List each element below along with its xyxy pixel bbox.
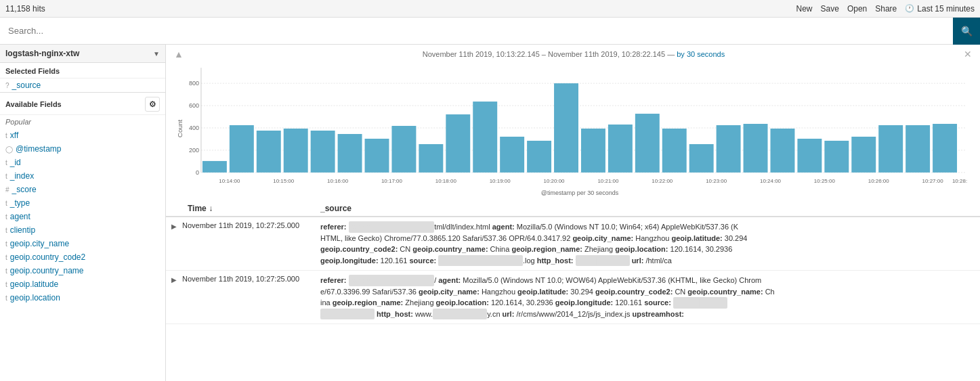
sidebar: logstash-nginx-xtw ▼ Selected Fields ? _… [0,45,166,381]
field-type-t-icon: t [5,200,7,207]
redacted-url-2: https://████████████ [349,275,435,286]
bar-3 [284,129,308,173]
chart-collapse-button[interactable]: ▲ [174,49,184,60]
bar-27 [933,124,957,173]
field-geoip-location[interactable]: t geoip.location [0,291,165,305]
field-geoip-country-name[interactable]: t geoip.country_name [0,264,165,277]
field-type[interactable]: t _type [0,196,165,210]
field-rn-key2: geoip.region_name: [333,298,406,307]
selected-fields-label: Selected Fields [0,63,165,79]
field-type-t-icon: t [5,132,7,139]
svg-text:10:28:: 10:28: [952,178,967,184]
field-label: geoip.location [10,293,60,302]
main-layout: logstash-nginx-xtw ▼ Selected Fields ? _… [0,45,980,381]
hits-count: 11,158 hits [5,4,45,14]
field-agent-key2: agent: [438,276,463,284]
field-upstream-key: upstreamhost: [633,310,684,318]
field-label: agent [10,212,30,221]
svg-text:10:24:00: 10:24:00 [760,178,782,184]
svg-text:400: 400 [189,125,199,131]
field-type-t-icon: t [5,281,7,288]
field-xff[interactable]: t xff [0,129,165,142]
field-label: _index [10,171,34,181]
field-id[interactable]: t _id [0,156,165,169]
field-timestamp[interactable]: ◯ @timestamp [0,142,165,156]
field-agent[interactable]: t agent [0,210,165,223]
field-name: _source [12,81,41,90]
field-geoip-city-name[interactable]: t geoip.city_name [0,237,165,250]
save-button[interactable]: Save [821,4,839,14]
bar-11 [500,137,524,173]
row-content: referer: https://████████████/ agent: Mo… [320,275,975,319]
field-type-icon: ? [5,82,9,89]
svg-text:10:14:00: 10:14:00 [219,178,240,184]
table-row[interactable]: ▶ November 11th 2019, 10:27:25.000 refer… [166,271,980,324]
field-label: @timestamp [16,144,62,154]
open-button[interactable]: Open [847,4,867,14]
bar-2 [257,131,281,173]
bar-25 [878,125,903,173]
field-type-t-icon: t [5,213,7,221]
svg-text:10:25:00: 10:25:00 [814,178,836,184]
field-referer-key: referer: [320,223,349,231]
selected-field-source[interactable]: ? _source [0,79,165,92]
time-filter[interactable]: 🕐 Last 15 minutes [905,4,975,14]
field-type-t-icon: t [5,254,7,261]
gear-button[interactable]: ⚙ [145,97,160,112]
svg-text:10:15:00: 10:15:00 [273,178,295,184]
svg-text:10:18:00: 10:18:00 [435,178,457,184]
field-type-t-icon: t [5,240,7,248]
source-arrow-icon: ▼ [153,50,160,58]
histogram-svg: Count 0 200 400 600 800 [174,61,972,196]
field-url-key: url: [632,256,646,265]
redacted-url-1: https://████████████ [349,221,435,233]
search-button[interactable]: 🔍 [953,18,980,45]
redacted-source-2: ████████ [673,297,727,309]
svg-text:10:23:00: 10:23:00 [706,178,727,184]
bar-5 [338,134,362,173]
field-url-key2: url: [503,310,517,318]
field-source-key2: source: [644,298,673,307]
field-cn-key2: geoip.country_name: [687,288,765,296]
chart-interval-link[interactable]: by 30 seconds [677,50,725,58]
svg-text:10:21:00: 10:21:00 [597,178,619,184]
expand-row-icon[interactable]: ▶ [171,221,182,266]
bar-18 [689,144,714,173]
bar-7 [391,126,416,173]
bar-8 [419,144,443,173]
field-index[interactable]: t _index [0,169,165,183]
svg-text:10:16:00: 10:16:00 [327,178,349,184]
bar-16 [635,114,660,173]
svg-text:10:20:00: 10:20:00 [544,178,566,184]
table-row[interactable]: ▶ November 11th 2019, 10:27:25.000 refer… [166,217,980,271]
chart-close-button[interactable]: ✕ [964,49,972,60]
field-clientip[interactable]: t clientip [0,223,165,237]
bar-19 [717,125,741,173]
new-button[interactable]: New [796,4,813,14]
field-lat-key: geoip.latitude: [672,234,725,242]
field-agent-key: agent: [492,223,517,231]
source-selector[interactable]: logstash-nginx-xtw ▼ [0,45,165,63]
field-city-key: geoip.city_name: [572,234,635,242]
field-type-t-icon: t [5,294,7,302]
bar-17 [662,129,687,173]
bar-21 [771,129,795,173]
svg-text:600: 600 [189,102,199,109]
redacted-source-1: ████████████████ [438,255,523,267]
field-label: _type [10,198,30,208]
expand-row-icon[interactable]: ▶ [171,275,182,319]
field-lon-key2: geoip.longitude: [555,298,616,307]
share-button[interactable]: Share [875,4,897,14]
search-input[interactable] [0,18,953,44]
search-icon: 🔍 [961,26,973,37]
svg-text:200: 200 [189,147,199,154]
svg-text:10:19:00: 10:19:00 [490,178,511,184]
field-geoip-country-code2[interactable]: t geoip.country_code2 [0,250,165,264]
field-score[interactable]: # _score [0,183,165,196]
bar-14 [581,129,605,173]
bar-9 [446,114,470,173]
field-geoip-latitude[interactable]: t geoip.latitude [0,277,165,291]
bar-1 [230,125,254,173]
svg-text:10:26:00: 10:26:00 [868,178,890,184]
svg-text:10:27:00: 10:27:00 [922,178,944,184]
